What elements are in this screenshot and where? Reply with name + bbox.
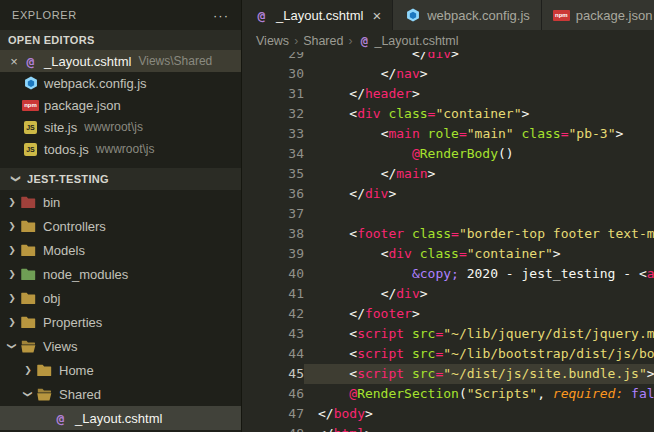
tree-item-Models[interactable]: ❯Models — [0, 238, 241, 262]
code-token: > — [365, 426, 373, 432]
tree-item-Properties[interactable]: ❯Properties — [0, 310, 241, 334]
code-line-45[interactable]: 45 <script src="~/dist/js/site.bundle.js… — [242, 364, 654, 384]
tree-item-label: _Layout.cshtml — [75, 411, 162, 426]
open-editor-item[interactable]: webpack.config.js — [0, 72, 241, 94]
code-token: < — [349, 106, 357, 121]
breadcrumb-item-Views[interactable]: Views — [256, 34, 289, 48]
chevron-right-icon: ❯ — [4, 245, 20, 255]
code-token: false — [631, 386, 654, 401]
code-line-29[interactable]: 29 </div> — [242, 52, 654, 64]
code-line-43[interactable]: 43 <script src="~/lib/jquery/dist/jquery… — [242, 324, 654, 344]
code-line-40[interactable]: 40 &copy; 2020 - jest_testing - <a asp-a… — [242, 264, 654, 284]
line-number[interactable]: 40 — [242, 264, 304, 284]
line-content: @RenderBody() — [304, 144, 654, 164]
line-number[interactable]: 43 — [242, 324, 304, 344]
code-line-41[interactable]: 41 </div> — [242, 284, 654, 304]
line-number[interactable]: 47 — [242, 404, 304, 424]
open-editor-item[interactable]: JSsite.jswwwroot\js — [0, 116, 241, 138]
tree-item-Shared[interactable]: ❯Shared — [0, 382, 241, 406]
line-content: </div> — [304, 284, 654, 304]
open-editor-item[interactable]: npmpackage.json — [0, 94, 241, 116]
code-line-42[interactable]: 42 </footer> — [242, 304, 654, 324]
breadcrumb-item-Shared[interactable]: Shared — [303, 34, 343, 48]
code-token: , — [537, 386, 553, 401]
close-icon[interactable]: × — [6, 54, 22, 69]
line-number[interactable]: 46 — [242, 384, 304, 404]
tree-item-label: Controllers — [43, 219, 106, 234]
code-line-33[interactable]: 33 <main role="main" class="pb-3"> — [242, 124, 654, 144]
line-number[interactable]: 29 — [242, 52, 304, 64]
code-token: main — [388, 126, 419, 141]
line-number[interactable]: 44 — [242, 344, 304, 364]
code-token: footer — [357, 226, 404, 241]
code-line-32[interactable]: 32 <div class="container"> — [242, 104, 654, 124]
code-line-36[interactable]: 36 </div> — [242, 184, 654, 204]
code-line-35[interactable]: 35 </main> — [242, 164, 654, 184]
code-line-31[interactable]: 31 </header> — [242, 84, 654, 104]
tab-webpack.config.js[interactable]: webpack.config.js — [393, 0, 542, 30]
open-editors-header[interactable]: OPEN EDITORS — [0, 30, 241, 50]
code-token: </ — [349, 86, 365, 101]
code-token: "~/lib/bootstrap/dist/js/bootstrap.bundl… — [443, 346, 654, 361]
code-line-47[interactable]: 47</body> — [242, 404, 654, 424]
tab-_Layout.cshtml[interactable]: @_Layout.cshtml× — [242, 0, 393, 30]
code-token: class — [388, 106, 427, 121]
code-token: header — [365, 86, 412, 101]
line-number[interactable]: 36 — [242, 184, 304, 204]
tree-item-Controllers[interactable]: ❯Controllers — [0, 214, 241, 238]
line-number[interactable]: 48 — [242, 424, 304, 432]
line-number[interactable]: 38 — [242, 224, 304, 244]
razor-icon: @ — [52, 411, 69, 426]
code-line-38[interactable]: 38 <footer class="border-top footer text… — [242, 224, 654, 244]
code-line-30[interactable]: 30 </nav> — [242, 64, 654, 84]
code-line-34[interactable]: 34 @RenderBody() — [242, 144, 654, 164]
tree-item-node_modules[interactable]: ❯node_modules — [0, 262, 241, 286]
tree-item-obj[interactable]: ❯obj — [0, 286, 241, 310]
line-number[interactable]: 33 — [242, 124, 304, 144]
project-section-header[interactable]: ❯ JEST-TESTING — [0, 168, 241, 190]
tree-item-label: Properties — [43, 315, 102, 330]
code-token — [318, 246, 381, 261]
code-line-37[interactable]: 37 — [242, 204, 654, 224]
npm-icon: npm — [22, 100, 39, 111]
line-number[interactable]: 42 — [242, 304, 304, 324]
more-actions-icon[interactable]: ··· — [213, 8, 229, 23]
line-number[interactable]: 34 — [242, 144, 304, 164]
code-token: "~/lib/jquery/dist/jquery.min.js" — [443, 326, 654, 341]
tree-item-Home[interactable]: ❯Home — [0, 358, 241, 382]
code-line-39[interactable]: 39 <div class="container"> — [242, 244, 654, 264]
code-token — [404, 366, 412, 381]
tree-item-Views[interactable]: ❯Views — [0, 334, 241, 358]
chevron-separator-icon: › — [294, 34, 298, 48]
line-number[interactable]: 32 — [242, 104, 304, 124]
line-number[interactable]: 37 — [242, 204, 304, 224]
code-line-48[interactable]: 48</html> — [242, 424, 654, 432]
code-token: RenderBody — [420, 146, 498, 161]
code-token — [318, 306, 349, 321]
js-icon: JS — [22, 121, 39, 134]
code-token: > — [412, 306, 420, 321]
breadcrumb-item-_Layout.cshtml[interactable]: @_Layout.cshtml — [357, 34, 458, 48]
line-number[interactable]: 45 — [242, 364, 304, 384]
tab-package.json[interactable]: npmpackage.json — [542, 0, 654, 30]
open-editor-item[interactable]: JStodos.jswwwroot\js — [0, 138, 241, 160]
code-token: div — [365, 186, 388, 201]
folder-icon — [20, 292, 37, 305]
line-number[interactable]: 39 — [242, 244, 304, 264]
line-number[interactable]: 41 — [242, 284, 304, 304]
code-line-44[interactable]: 44 <script src="~/lib/bootstrap/dist/js/… — [242, 344, 654, 364]
code-token: div — [388, 246, 411, 261]
tree-item-bin[interactable]: ❯bin — [0, 190, 241, 214]
line-number[interactable]: 35 — [242, 164, 304, 184]
line-number[interactable]: 31 — [242, 84, 304, 104]
tab-bar: @_Layout.cshtml×webpack.config.jsnpmpack… — [242, 0, 654, 30]
tab-label: package.json — [576, 8, 653, 23]
tree-item-label: bin — [43, 195, 60, 210]
line-number[interactable]: 30 — [242, 64, 304, 84]
file-name: todos.js — [44, 142, 89, 157]
close-icon[interactable]: × — [372, 8, 381, 23]
open-editor-item[interactable]: ×@_Layout.cshtmlViews\Shared — [0, 50, 241, 72]
tree-item-label: node_modules — [43, 267, 128, 282]
tree-item-_Layout.cshtml[interactable]: @_Layout.cshtml — [0, 406, 241, 430]
code-line-46[interactable]: 46 @RenderSection("Scripts", required: f… — [242, 384, 654, 404]
